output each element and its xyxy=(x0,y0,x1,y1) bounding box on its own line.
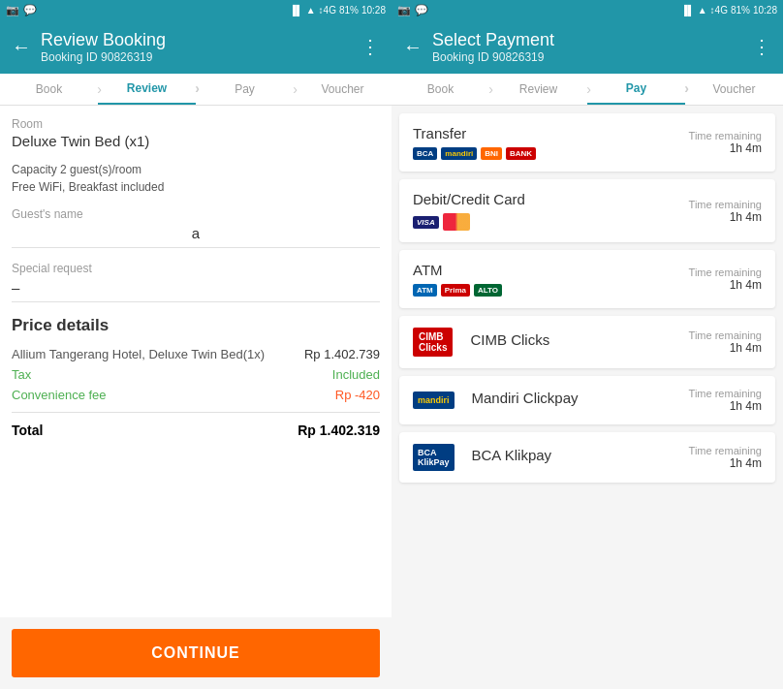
continue-button[interactable]: CONTINUE xyxy=(12,629,380,677)
battery-icon: 81% xyxy=(339,5,359,16)
card-payment-item[interactable]: Debit/Credit Card VISA Time remaining 1h… xyxy=(399,179,775,242)
bank-logo: BANK xyxy=(506,147,536,160)
atm-time: Time remaining 1h 4m xyxy=(689,266,762,292)
status-bar-right-left-icons: 📷 💬 xyxy=(397,4,428,16)
card-name: Debit/Credit Card xyxy=(413,191,525,207)
payment-methods-list: Transfer BCA mandiri BNI BANK Time remai… xyxy=(392,106,783,689)
bca-time: Time remaining 1h 4m xyxy=(689,445,762,470)
cimb-time-label: Time remaining xyxy=(689,329,762,341)
payment-breadcrumb-voucher[interactable]: Voucher xyxy=(685,75,783,104)
cimb-left: CIMBClicks CIMB Clicks xyxy=(413,328,689,357)
prima-logo: Prima xyxy=(441,284,470,297)
cimb-icon: CIMBClicks xyxy=(413,328,453,357)
mandiri-time-value: 1h 4m xyxy=(689,399,762,413)
status-bar-right-right-icons: ▐▌ ▲ ↕4G 81% 10:28 xyxy=(681,5,777,16)
page-title: Review Booking xyxy=(41,30,351,50)
card-left: Debit/Credit Card VISA xyxy=(413,191,689,231)
atm-info: ATM ATM Prima ALTO xyxy=(413,262,502,297)
header-title-area: Review Booking Booking ID 90826319 xyxy=(41,30,351,64)
total-value: Rp 1.402.319 xyxy=(298,423,380,438)
battery-icon-r: 81% xyxy=(731,5,750,16)
hotel-price: Rp 1.402.739 xyxy=(304,347,380,361)
cimb-payment-item[interactable]: CIMBClicks CIMB Clicks Time remaining 1h… xyxy=(399,316,775,368)
bni-logo: BNI xyxy=(481,147,502,160)
payment-breadcrumb-review[interactable]: Review xyxy=(489,75,587,104)
transfer-left: Transfer BCA mandiri BNI BANK xyxy=(413,125,689,160)
mandiri-payment-item[interactable]: mandiri Mandiri Clickpay Time remaining … xyxy=(399,376,775,424)
payment-breadcrumb-book[interactable]: Book xyxy=(392,75,489,104)
atm-logo: ATM xyxy=(413,284,437,297)
hotel-name: Allium Tangerang Hotel, Deluxe Twin Bed(… xyxy=(12,347,265,361)
photo-icon: 📷 xyxy=(6,4,19,16)
room-value: Deluxe Twin Bed (x1) xyxy=(12,133,380,149)
payment-breadcrumb-nav: Book Review Pay Voucher xyxy=(392,74,783,106)
mandiri-time: Time remaining 1h 4m xyxy=(689,388,762,413)
fee-value: Rp -420 xyxy=(335,388,380,402)
tax-label: Tax xyxy=(12,367,31,382)
time-display-r: 10:28 xyxy=(753,5,777,16)
fee-label: Convenience fee xyxy=(12,388,107,402)
price-divider xyxy=(12,412,380,413)
chat-icon: 💬 xyxy=(23,4,37,16)
photo-icon-r: 📷 xyxy=(397,4,411,16)
bca-name: BCA Klikpay xyxy=(472,447,552,463)
bca-klikpay-icon: BCAKlikPay xyxy=(413,444,455,471)
transfer-info: Transfer BCA mandiri BNI BANK xyxy=(413,125,536,160)
mandiri-logo: mandiri xyxy=(441,147,477,160)
tax-value: Included xyxy=(332,367,380,382)
bca-left: BCAKlikPay BCA Klikpay xyxy=(413,444,689,471)
status-bar-right: 📷 💬 ▐▌ ▲ ↕4G 81% 10:28 xyxy=(392,0,783,19)
special-request-value: – xyxy=(12,279,380,302)
breadcrumb-book[interactable]: Book xyxy=(0,75,98,104)
card-time: Time remaining 1h 4m xyxy=(689,199,762,224)
review-header: ← Review Booking Booking ID 90826319 ⋮ xyxy=(0,19,392,74)
atm-logos: ATM Prima ALTO xyxy=(413,284,502,297)
payment-page-title: Select Payment xyxy=(432,30,742,50)
breadcrumb-voucher[interactable]: Voucher xyxy=(294,75,392,104)
transfer-name: Transfer xyxy=(413,125,536,141)
tax-row: Tax Included xyxy=(12,367,380,382)
payment-header: ← Select Payment Booking ID 90826319 ⋮ xyxy=(392,19,783,74)
cimb-info: CIMB Clicks xyxy=(470,331,549,354)
guest-name-label: Guest's name xyxy=(12,207,380,221)
chat-icon-r: 💬 xyxy=(415,4,428,16)
review-content: Room Deluxe Twin Bed (x1) Capacity 2 gue… xyxy=(0,106,392,617)
transfer-logos: BCA mandiri BNI BANK xyxy=(413,147,536,160)
bca-time-label: Time remaining xyxy=(689,445,762,456)
mandiri-info: Mandiri Clickpay xyxy=(472,390,579,412)
signal-bars-icon-r: ▐▌ xyxy=(681,5,695,16)
bca-payment-item[interactable]: BCAKlikPay BCA Klikpay Time remaining 1h… xyxy=(399,432,775,483)
room-label: Room xyxy=(12,117,380,131)
payment-booking-id: Booking ID 90826319 xyxy=(432,50,742,64)
transfer-time: Time remaining 1h 4m xyxy=(689,130,762,155)
payment-more-options-button[interactable]: ⋮ xyxy=(752,35,771,58)
atm-name: ATM xyxy=(413,262,502,278)
payment-header-title-area: Select Payment Booking ID 90826319 xyxy=(432,30,742,64)
back-button-payment[interactable]: ← xyxy=(403,36,423,58)
visa-logo: VISA xyxy=(413,216,439,229)
guest-name-value: a xyxy=(12,225,380,248)
wifi-icon-r: ▲ xyxy=(698,5,707,16)
mandiri-clickpay-icon: mandiri xyxy=(413,391,455,409)
more-options-button[interactable]: ⋮ xyxy=(361,35,380,58)
atm-time-label: Time remaining xyxy=(689,266,762,278)
transfer-time-label: Time remaining xyxy=(689,130,762,141)
back-button[interactable]: ← xyxy=(12,36,31,58)
time-display: 10:28 xyxy=(361,5,386,16)
signal-bars-icon: ▐▌ xyxy=(290,5,303,16)
total-label: Total xyxy=(12,423,43,438)
fee-row: Convenience fee Rp -420 xyxy=(12,388,380,402)
atm-time-value: 1h 4m xyxy=(689,278,762,292)
breadcrumb-nav: Book Review Pay Voucher xyxy=(0,74,392,106)
breadcrumb-review[interactable]: Review xyxy=(98,74,196,105)
room-capacity: Capacity 2 guest(s)/room Free WiFi, Brea… xyxy=(12,161,380,196)
review-booking-screen: 📷 💬 ▐▌ ▲ ↕4G 81% 10:28 ← Review Booking … xyxy=(0,0,392,689)
transfer-payment-item[interactable]: Transfer BCA mandiri BNI BANK Time remai… xyxy=(399,113,775,172)
card-time-value: 1h 4m xyxy=(689,210,762,224)
atm-payment-item[interactable]: ATM ATM Prima ALTO Time remaining 1h 4m xyxy=(399,250,775,308)
breadcrumb-pay[interactable]: Pay xyxy=(196,75,294,104)
bca-time-value: 1h 4m xyxy=(689,456,762,470)
payment-breadcrumb-pay[interactable]: Pay xyxy=(587,74,685,105)
mandiri-left: mandiri Mandiri Clickpay xyxy=(413,390,689,412)
transfer-time-value: 1h 4m xyxy=(689,141,762,155)
